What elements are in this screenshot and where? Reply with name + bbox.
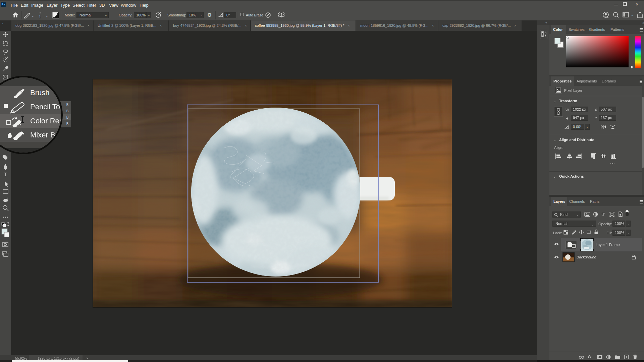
- svg-text:T: T: [4, 171, 7, 178]
